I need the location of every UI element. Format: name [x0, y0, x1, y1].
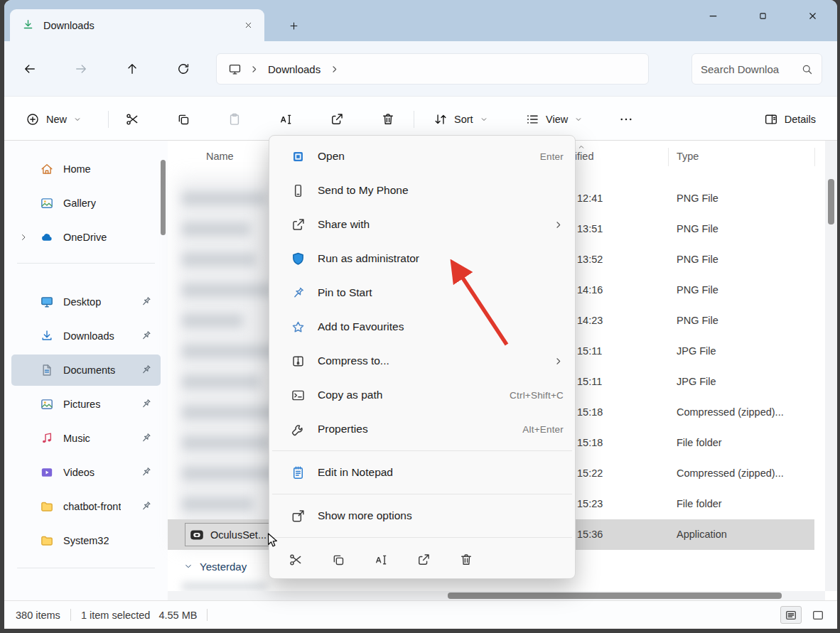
new-button[interactable]: New [18, 104, 89, 134]
tab-downloads[interactable]: Downloads [10, 9, 264, 41]
sidebar-item-pictures[interactable]: Pictures [11, 389, 161, 420]
mouse-cursor [264, 531, 280, 550]
details-label: Details [785, 114, 816, 125]
view-button[interactable]: View [518, 104, 590, 134]
menu-item-properties[interactable]: Properties Alt+Enter [269, 412, 575, 446]
sidebar-item-gallery[interactable]: Gallery [11, 188, 161, 219]
up-arrow-icon [125, 62, 139, 76]
menu-item-label: Edit in Notepad [318, 466, 564, 479]
menu-item-send-to-my-phone[interactable]: Send to My Phone [269, 173, 575, 207]
menu-item-run-as-administrator[interactable]: Run as administrator [269, 242, 575, 276]
sidebar-item-onedrive[interactable]: OneDrive [11, 222, 161, 253]
maximize-button[interactable] [738, 0, 787, 31]
delete-button[interactable] [372, 104, 404, 134]
blurred-file-name [182, 192, 266, 205]
copy-button[interactable] [327, 548, 350, 571]
sidebar-item-desktop[interactable]: Desktop [11, 286, 161, 318]
blurred-file-name [182, 314, 243, 328]
file-type: JPG File [677, 367, 716, 397]
sidebar-item-documents[interactable]: Documents [11, 355, 161, 386]
menu-item-show-more-options[interactable]: Show more options [269, 499, 575, 533]
status-divider [70, 609, 71, 621]
toolbar-divider [414, 111, 414, 128]
sidebar-divider [17, 263, 155, 264]
sidebar-item-music[interactable]: Music [11, 423, 161, 454]
menu-item-open[interactable]: Open Enter [269, 139, 575, 173]
forward-button[interactable] [65, 53, 97, 85]
details-view-icon [785, 609, 797, 622]
breadcrumb[interactable]: Downloads [216, 53, 649, 85]
sidebar-scrollbar-thumb[interactable] [161, 160, 166, 235]
share-button[interactable] [321, 104, 352, 134]
share-button[interactable] [412, 548, 435, 571]
properties-wrench-icon [291, 422, 306, 437]
expander-chevron-icon[interactable] [18, 232, 28, 242]
minimize-button[interactable] [688, 0, 738, 31]
vertical-scrollbar-thumb[interactable] [828, 179, 834, 224]
file-time: 13:51 [577, 214, 603, 244]
navigation-bar: Downloads Search Downloa [4, 41, 837, 96]
close-button[interactable] [787, 0, 837, 31]
sidebar-item-home[interactable]: Home [11, 153, 161, 185]
sidebar-item-downloads[interactable]: Downloads [11, 320, 161, 352]
file-time: 15:18 [577, 397, 603, 428]
refresh-button[interactable] [168, 53, 199, 85]
search-input[interactable]: Search Downloa [691, 53, 822, 85]
sidebar-item-chatbot-front[interactable]: chatbot-front [11, 491, 161, 522]
cut-button[interactable] [284, 548, 307, 571]
new-tab-button[interactable] [283, 16, 304, 36]
more-options-button[interactable] [610, 104, 642, 134]
submenu-chevron-icon [553, 220, 564, 230]
menu-item-copy-as-path[interactable]: Copy as path Ctrl+Shift+C [269, 378, 575, 412]
menu-item-add-to-favourites[interactable]: Add to Favourites [269, 310, 575, 344]
column-header-type[interactable]: Type [677, 151, 699, 162]
copy-button[interactable] [168, 104, 199, 134]
file-time: 15:11 [577, 336, 602, 367]
menu-item-pin-to-start[interactable]: Pin to Start [269, 276, 575, 310]
file-time: 15:11 [577, 367, 602, 397]
share-icon [330, 112, 344, 126]
menu-item-edit-in-notepad[interactable]: Edit in Notepad [269, 455, 575, 489]
breadcrumb-downloads[interactable]: Downloads [262, 60, 326, 79]
chevron-right-icon [329, 64, 340, 75]
menu-item-share-with[interactable]: Share with [269, 207, 575, 242]
column-header-name[interactable]: Name [206, 151, 234, 162]
this-pc-icon[interactable] [228, 63, 242, 76]
group-collapse-icon[interactable] [183, 561, 193, 571]
delete-button[interactable] [455, 548, 478, 571]
details-pane-button[interactable]: Details [757, 104, 823, 134]
blurred-file-name [182, 253, 256, 266]
column-divider[interactable] [668, 148, 669, 166]
sidebar-item-label: Documents [63, 364, 115, 376]
file-time: 14:23 [577, 305, 603, 336]
paste-button[interactable] [219, 104, 250, 134]
back-button[interactable] [14, 53, 45, 85]
large-icons-view-button[interactable] [807, 606, 829, 624]
submenu-chevron-icon [553, 356, 564, 367]
file-type: PNG File [677, 305, 718, 336]
details-pane-icon [764, 112, 778, 126]
sidebar-item-videos[interactable]: Videos [11, 457, 161, 488]
sidebar-item-system32[interactable]: System32 [11, 525, 161, 556]
sort-button[interactable]: Sort [426, 104, 495, 134]
status-bar: 380 items 1 item selected 4.55 MB [4, 600, 837, 629]
details-view-button[interactable] [780, 606, 802, 624]
menu-shortcut: Ctrl+Shift+C [510, 390, 564, 401]
cut-button[interactable] [117, 104, 148, 134]
tab-close-button[interactable] [239, 16, 257, 35]
rename-button[interactable] [270, 104, 301, 134]
column-divider[interactable] [814, 148, 815, 166]
group-header-yesterday[interactable]: Yesterday [168, 554, 247, 578]
pin-icon [140, 398, 152, 410]
file-type: PNG File [677, 244, 718, 275]
rename-button[interactable] [370, 548, 392, 571]
search-icon [801, 63, 813, 75]
menu-item-compress-to[interactable]: Compress to... [269, 344, 575, 378]
sidebar-item-label: Pictures [63, 399, 100, 410]
menu-divider [272, 450, 572, 451]
up-button[interactable] [117, 53, 148, 85]
selected-file[interactable]: OculusSet... [185, 523, 274, 546]
horizontal-scrollbar-thumb[interactable] [448, 593, 782, 599]
view-toggle-group [780, 606, 829, 624]
file-type: Compressed (zipped)... [677, 458, 784, 489]
